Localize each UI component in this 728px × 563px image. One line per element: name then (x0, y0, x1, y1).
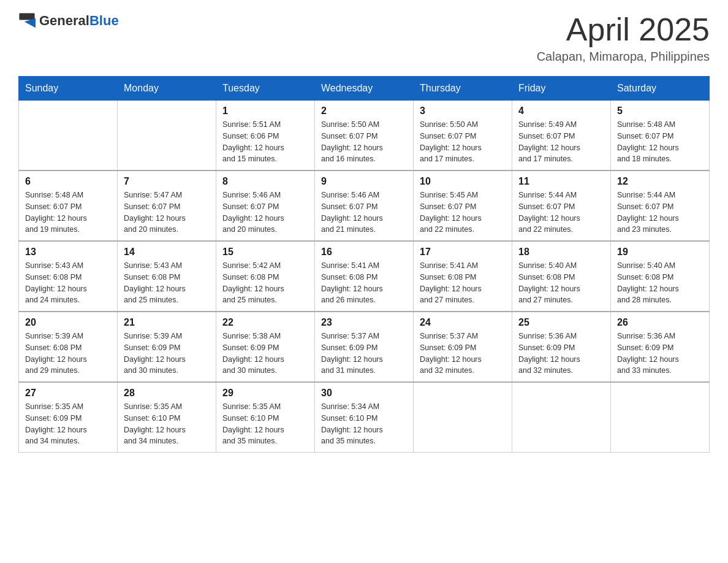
calendar-week-row: 13Sunrise: 5:43 AMSunset: 6:08 PMDayligh… (19, 241, 710, 312)
table-row: 11Sunrise: 5:44 AMSunset: 6:07 PMDayligh… (512, 170, 611, 241)
day-number: 12 (617, 176, 703, 187)
calendar-week-row: 6Sunrise: 5:48 AMSunset: 6:07 PMDaylight… (19, 170, 710, 241)
day-info: Sunrise: 5:38 AMSunset: 6:09 PMDaylight:… (222, 331, 308, 377)
day-info: Sunrise: 5:43 AMSunset: 6:08 PMDaylight:… (124, 260, 210, 306)
day-number: 19 (617, 247, 703, 258)
table-row: 10Sunrise: 5:45 AMSunset: 6:07 PMDayligh… (414, 170, 512, 241)
table-row: 29Sunrise: 5:35 AMSunset: 6:10 PMDayligh… (216, 382, 315, 453)
day-info: Sunrise: 5:35 AMSunset: 6:10 PMDaylight:… (124, 401, 210, 447)
location-title: Calapan, Mimaropa, Philippines (537, 50, 710, 64)
calendar-week-row: 20Sunrise: 5:39 AMSunset: 6:08 PMDayligh… (19, 312, 710, 382)
day-number: 4 (518, 105, 604, 117)
day-info: Sunrise: 5:40 AMSunset: 6:08 PMDaylight:… (617, 260, 703, 306)
header-sunday: Sunday (19, 77, 118, 101)
month-title: April 2025 (537, 12, 710, 47)
day-number: 14 (124, 247, 210, 258)
day-info: Sunrise: 5:49 AMSunset: 6:07 PMDaylight:… (518, 119, 604, 165)
day-info: Sunrise: 5:37 AMSunset: 6:09 PMDaylight:… (321, 331, 407, 377)
table-row: 9Sunrise: 5:46 AMSunset: 6:07 PMDaylight… (315, 170, 414, 241)
day-info: Sunrise: 5:51 AMSunset: 6:06 PMDaylight:… (222, 119, 308, 165)
table-row: 21Sunrise: 5:39 AMSunset: 6:09 PMDayligh… (118, 312, 216, 382)
day-number: 11 (518, 176, 604, 187)
table-row: 7Sunrise: 5:47 AMSunset: 6:07 PMDaylight… (118, 170, 216, 241)
day-info: Sunrise: 5:48 AMSunset: 6:07 PMDaylight:… (617, 119, 703, 165)
day-number: 9 (321, 176, 407, 187)
header-saturday: Saturday (611, 77, 710, 101)
title-section: April 2025 Calapan, Mimaropa, Philippine… (537, 12, 710, 64)
day-number: 1 (222, 105, 308, 117)
table-row: 8Sunrise: 5:46 AMSunset: 6:07 PMDaylight… (216, 170, 315, 241)
day-info: Sunrise: 5:40 AMSunset: 6:08 PMDaylight:… (518, 260, 604, 306)
day-info: Sunrise: 5:36 AMSunset: 6:09 PMDaylight:… (518, 331, 604, 377)
day-info: Sunrise: 5:48 AMSunset: 6:07 PMDaylight:… (25, 190, 111, 236)
table-row: 5Sunrise: 5:48 AMSunset: 6:07 PMDaylight… (611, 101, 710, 171)
table-row: 13Sunrise: 5:43 AMSunset: 6:08 PMDayligh… (19, 241, 118, 312)
day-number: 8 (222, 176, 308, 187)
day-number: 22 (222, 317, 308, 328)
day-number: 16 (321, 247, 407, 258)
table-row: 28Sunrise: 5:35 AMSunset: 6:10 PMDayligh… (118, 382, 216, 453)
table-row (414, 382, 512, 453)
day-number: 20 (25, 317, 111, 328)
table-row (19, 101, 118, 171)
day-info: Sunrise: 5:44 AMSunset: 6:07 PMDaylight:… (518, 190, 604, 236)
table-row: 19Sunrise: 5:40 AMSunset: 6:08 PMDayligh… (611, 241, 710, 312)
day-info: Sunrise: 5:45 AMSunset: 6:07 PMDaylight:… (420, 190, 506, 236)
table-row: 16Sunrise: 5:41 AMSunset: 6:08 PMDayligh… (315, 241, 414, 312)
table-row: 2Sunrise: 5:50 AMSunset: 6:07 PMDaylight… (315, 101, 414, 171)
day-number: 17 (420, 247, 506, 258)
table-row: 30Sunrise: 5:34 AMSunset: 6:10 PMDayligh… (315, 382, 414, 453)
calendar-table: Sunday Monday Tuesday Wednesday Thursday… (18, 76, 710, 453)
table-row: 4Sunrise: 5:49 AMSunset: 6:07 PMDaylight… (512, 101, 611, 171)
table-row: 27Sunrise: 5:35 AMSunset: 6:09 PMDayligh… (19, 382, 118, 453)
day-number: 29 (222, 388, 308, 399)
table-row: 20Sunrise: 5:39 AMSunset: 6:08 PMDayligh… (19, 312, 118, 382)
logo-text-general: General (39, 13, 89, 28)
table-row: 1Sunrise: 5:51 AMSunset: 6:06 PMDaylight… (216, 101, 315, 171)
table-row: 23Sunrise: 5:37 AMSunset: 6:09 PMDayligh… (315, 312, 414, 382)
day-info: Sunrise: 5:34 AMSunset: 6:10 PMDaylight:… (321, 401, 407, 447)
day-info: Sunrise: 5:37 AMSunset: 6:09 PMDaylight:… (420, 331, 506, 377)
table-row: 6Sunrise: 5:48 AMSunset: 6:07 PMDaylight… (19, 170, 118, 241)
day-info: Sunrise: 5:47 AMSunset: 6:07 PMDaylight:… (124, 190, 210, 236)
day-info: Sunrise: 5:41 AMSunset: 6:08 PMDaylight:… (321, 260, 407, 306)
table-row: 25Sunrise: 5:36 AMSunset: 6:09 PMDayligh… (512, 312, 611, 382)
day-info: Sunrise: 5:50 AMSunset: 6:07 PMDaylight:… (321, 119, 407, 165)
day-info: Sunrise: 5:41 AMSunset: 6:08 PMDaylight:… (420, 260, 506, 306)
day-number: 24 (420, 317, 506, 328)
day-number: 26 (617, 317, 703, 328)
day-info: Sunrise: 5:50 AMSunset: 6:07 PMDaylight:… (420, 119, 506, 165)
logo: GeneralBlue (18, 12, 119, 29)
day-number: 18 (518, 247, 604, 258)
day-number: 27 (25, 388, 111, 399)
day-number: 3 (420, 105, 506, 117)
day-info: Sunrise: 5:35 AMSunset: 6:10 PMDaylight:… (222, 401, 308, 447)
header-monday: Monday (118, 77, 216, 101)
table-row: 15Sunrise: 5:42 AMSunset: 6:08 PMDayligh… (216, 241, 315, 312)
day-info: Sunrise: 5:35 AMSunset: 6:09 PMDaylight:… (25, 401, 111, 447)
day-number: 23 (321, 317, 407, 328)
day-info: Sunrise: 5:36 AMSunset: 6:09 PMDaylight:… (617, 331, 703, 377)
calendar-week-row: 27Sunrise: 5:35 AMSunset: 6:09 PMDayligh… (19, 382, 710, 453)
header-tuesday: Tuesday (216, 77, 315, 101)
day-number: 13 (25, 247, 111, 258)
day-info: Sunrise: 5:44 AMSunset: 6:07 PMDaylight:… (617, 190, 703, 236)
table-row: 22Sunrise: 5:38 AMSunset: 6:09 PMDayligh… (216, 312, 315, 382)
table-row: 18Sunrise: 5:40 AMSunset: 6:08 PMDayligh… (512, 241, 611, 312)
day-info: Sunrise: 5:46 AMSunset: 6:07 PMDaylight:… (222, 190, 308, 236)
table-row: 12Sunrise: 5:44 AMSunset: 6:07 PMDayligh… (611, 170, 710, 241)
calendar-header-row: Sunday Monday Tuesday Wednesday Thursday… (19, 77, 710, 101)
day-number: 6 (25, 176, 111, 187)
logo-icon (18, 12, 36, 29)
day-number: 5 (617, 105, 703, 117)
day-number: 2 (321, 105, 407, 117)
table-row: 26Sunrise: 5:36 AMSunset: 6:09 PMDayligh… (611, 312, 710, 382)
day-number: 30 (321, 388, 407, 399)
calendar-week-row: 1Sunrise: 5:51 AMSunset: 6:06 PMDaylight… (19, 101, 710, 171)
day-number: 21 (124, 317, 210, 328)
header-thursday: Thursday (414, 77, 512, 101)
day-number: 25 (518, 317, 604, 328)
table-row (512, 382, 611, 453)
table-row: 3Sunrise: 5:50 AMSunset: 6:07 PMDaylight… (414, 101, 512, 171)
day-info: Sunrise: 5:43 AMSunset: 6:08 PMDaylight:… (25, 260, 111, 306)
